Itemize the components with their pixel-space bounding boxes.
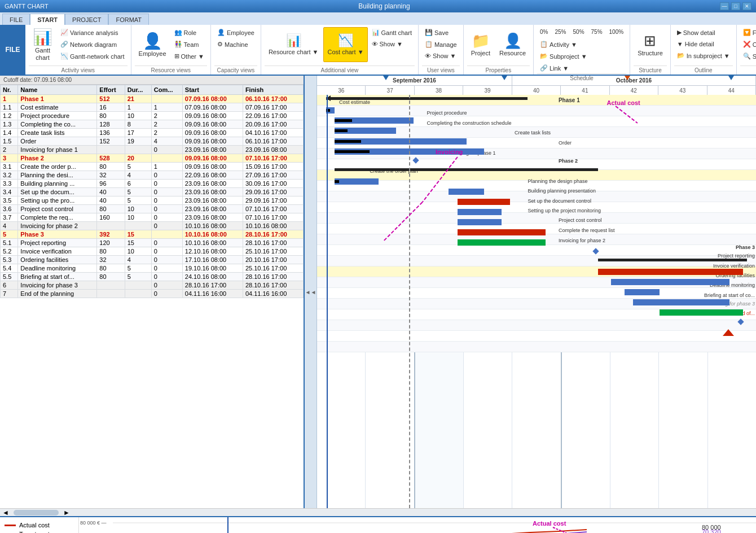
other-button[interactable]: ⊞ Other ▼ [172, 51, 207, 62]
section-resource-views: 👤 Employee 👥 Role 👫 Team ⊞ Other ▼ Resou… [131, 25, 211, 75]
show-detail-button[interactable]: ▶ Show detail [674, 27, 733, 38]
progress-0-button[interactable]: 0% [537, 27, 551, 37]
window-controls: — □ ✕ [720, 2, 751, 10]
structure-button[interactable]: ⊞ Structure [634, 27, 667, 62]
maximize-button[interactable]: □ [731, 2, 740, 10]
in-subproject-button[interactable]: 📂 In subproject ▼ [674, 50, 733, 61]
week-43: 43 [658, 86, 707, 95]
task-row[interactable]: 5.1Project reporting12015010.10.16 08:00… [1, 239, 304, 247]
close-button[interactable]: ✕ [742, 2, 751, 10]
scroll-thumb[interactable] [14, 510, 59, 515]
clear-filters-button[interactable]: ❌ Clear filters [740, 39, 756, 50]
task-row[interactable]: 7End of the planning004.11.16 16:0004.11… [1, 290, 304, 298]
role-icon: 👥 [174, 29, 182, 36]
task-row[interactable]: 1.2Project procedure8010209.09.16 08:002… [1, 112, 304, 120]
show-detail-icon: ▶ [677, 29, 682, 36]
task-row[interactable]: 3.3Building planning ...966023.09.16 08:… [1, 180, 304, 188]
tab-project[interactable]: PROJECT [65, 14, 108, 25]
task-row[interactable]: 3.6Project cost control8010023.09.16 08:… [1, 205, 304, 213]
task-row[interactable]: 3Phase 25282009.09.16 08:0007.10.16 17:0… [1, 154, 304, 163]
bar-14-progress [335, 140, 361, 143]
team-button[interactable]: 👫 Team [172, 39, 207, 50]
role-button[interactable]: 👥 Role [172, 27, 207, 38]
structure-title: Structure [634, 65, 667, 73]
progress-100-button[interactable]: 100% [606, 27, 627, 37]
gantt-network-button[interactable]: 📉 Gantt-network chart [58, 51, 128, 62]
task-row[interactable]: 1.3Completing the co...1288209.09.16 08:… [1, 120, 304, 129]
tab-format[interactable]: FORMAT [108, 14, 149, 25]
cost-chart-label: Cost chart ▼ [327, 49, 363, 56]
resource-chart-button[interactable]: 📊 Resource chart ▼ [265, 27, 323, 62]
tab-start[interactable]: START [30, 14, 65, 25]
machine-button[interactable]: ⚙ Machine [214, 39, 257, 50]
variance-analysis-button[interactable]: 📈 Variance analysis [58, 27, 128, 38]
task-row[interactable]: 3.7Complete the req...16010023.09.16 08:… [1, 213, 304, 222]
task-row[interactable]: 5.3Ordering facilities324017.10.16 08:00… [1, 256, 304, 264]
task-table-header: Nr. Name Effort Dur... Com... Start Fini… [1, 85, 304, 95]
progress-25-button[interactable]: 25% [552, 27, 569, 37]
progress-75-button[interactable]: 75% [588, 27, 605, 37]
activity-views-title: Activity views [29, 65, 128, 73]
bar-label-project-cost: Project cost control [559, 217, 602, 223]
network-diagram-button[interactable]: 🔗 Network diagram [58, 39, 128, 50]
week-41: 41 [561, 86, 609, 95]
nav-left-button[interactable]: ◄◄ [305, 289, 317, 295]
scroll-right-button[interactable]: ► [61, 509, 72, 517]
employee-button[interactable]: 👤 Employee [135, 27, 170, 62]
project-button[interactable]: 📁 Project [467, 27, 494, 62]
task-row[interactable]: 5.5Briefing at start of...805024.10.16 0… [1, 273, 304, 281]
col-start: Start [182, 85, 243, 95]
activity-dropdown-button[interactable]: 📋 Activity ▼ [537, 39, 626, 50]
clear-filters-label: Clear filters [753, 41, 756, 48]
task-row[interactable]: 5.4Deadline monitoring805019.10.16 08:00… [1, 264, 304, 273]
task-row[interactable]: 3.4Set up the docum...405023.09.16 08:00… [1, 188, 304, 196]
task-table: Nr. Name Effort Dur... Com... Start Fini… [0, 85, 304, 298]
resource-button[interactable]: 👤 Resource [495, 27, 530, 62]
capacity-employee-button[interactable]: 👤 Employee [214, 27, 257, 38]
show-view-button[interactable]: 👁 Show ▼ [422, 51, 460, 61]
bar-31-p [335, 180, 339, 183]
h-scroll-bar[interactable]: ◄ ► [0, 508, 756, 516]
gantt-chart-button[interactable]: 📊 Ganttchart [29, 27, 56, 62]
month-row: September 2016 October 2016 [317, 76, 756, 85]
task-row[interactable]: 4Invoicing for phase 2010.10.16 08:0010.… [1, 222, 304, 230]
tab-file[interactable]: FILE [2, 14, 30, 25]
task-row[interactable]: 1.1Cost estimate161107.09.16 08:0007.09.… [1, 103, 304, 112]
gantt-chart-area: ◄◄ September 2016 October 2016 36 37 [305, 76, 756, 508]
nav-triangle-3 [625, 76, 630, 80]
search-button[interactable]: 🔍 Search [740, 51, 756, 62]
scroll-left-button[interactable]: ◄ [0, 509, 11, 517]
task-row[interactable]: 2Invoicing for phase 1023.09.16 08:0023.… [1, 146, 304, 154]
subproject-button[interactable]: 📂 Subproject ▼ [537, 51, 626, 62]
task-row[interactable]: 3.5Setting up the pro...405023.09.16 08:… [1, 196, 304, 205]
role-label: Role [184, 29, 197, 36]
phase1-label-chart: Phase 1 [559, 97, 580, 103]
y-label-80k: 80 000 € — [80, 520, 107, 526]
file-button[interactable]: FILE [0, 25, 25, 75]
filter-button[interactable]: 🔽 Filter [740, 27, 756, 38]
progress-50-button[interactable]: 50% [570, 27, 587, 37]
gantt-chart-small-button[interactable]: 📊 Gantt chart [369, 27, 415, 38]
legend-target-cost: Target cost [5, 531, 74, 533]
bar-label-project-reporting: Project reporting [718, 253, 755, 259]
task-row[interactable]: 6Invoicing for phase 3028.10.16 17:0028.… [1, 281, 304, 290]
task-row[interactable]: 1Phase 15122107.09.16 08:0006.10.16 17:0… [1, 95, 304, 103]
week-37: 37 [366, 86, 414, 95]
link-button[interactable]: 🔗 Link ▼ [537, 63, 626, 73]
bar-label-phase3: Phase 3 [736, 244, 755, 250]
task-row[interactable]: 1.4Create task lists13617209.09.16 08:00… [1, 129, 304, 137]
hide-detail-button[interactable]: ▼ Hide detail [674, 39, 733, 49]
task-row[interactable]: 5.2Invoice verification8010012.10.16 08:… [1, 247, 304, 256]
manage-button[interactable]: 📋 Manage [422, 39, 460, 50]
task-row[interactable]: 3.1Create the order p...805109.09.16 08:… [1, 163, 304, 171]
other-icon: ⊞ [174, 53, 179, 60]
bar-15-progress [335, 150, 370, 153]
task-row[interactable]: 1.5Order15219409.09.16 08:0006.10.16 17:… [1, 137, 304, 146]
task-row[interactable]: 5Phase 33921510.10.16 08:0028.10.16 17:0… [1, 230, 304, 239]
save-button[interactable]: 💾 Save [422, 27, 460, 38]
minimize-button[interactable]: — [720, 2, 729, 10]
cost-chart-button[interactable]: 📉 Cost chart ▼ [323, 27, 367, 62]
show-dropdown-button[interactable]: 👁 Show ▼ [369, 39, 415, 49]
milestone-7 [723, 329, 734, 336]
task-row[interactable]: 3.2Planning the desi...324022.09.16 08:0… [1, 171, 304, 180]
